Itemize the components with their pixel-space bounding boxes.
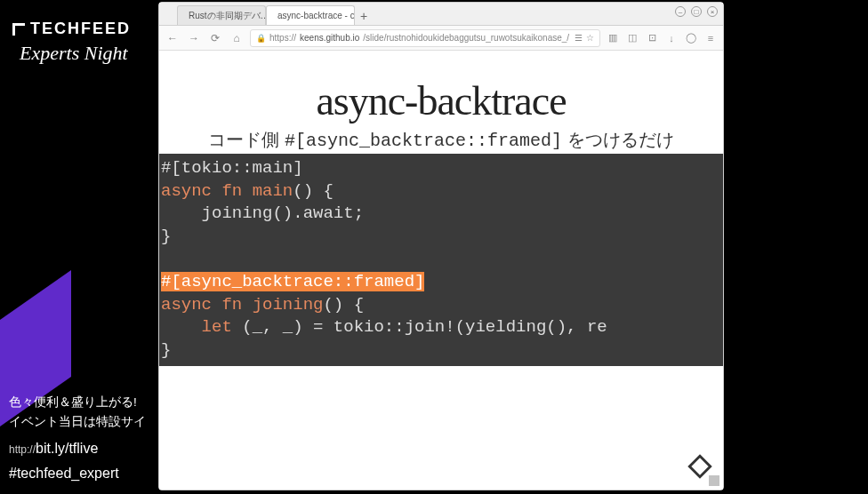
code-text: () { bbox=[323, 295, 364, 315]
minimize-button[interactable]: – bbox=[675, 6, 686, 17]
code-keyword: let bbox=[202, 317, 232, 337]
code-fn: joining bbox=[253, 295, 324, 315]
footer-hashtag: #techfeed_expert bbox=[9, 466, 146, 482]
sidebar-footer: 色々便利＆盛り上がる! イベント当日は特設サイ http://bit.ly/tf… bbox=[9, 394, 146, 482]
code-text bbox=[161, 317, 202, 337]
slide-title: async-backtrace bbox=[159, 77, 723, 124]
code-line: } bbox=[161, 340, 171, 360]
new-tab-button[interactable]: + bbox=[355, 7, 373, 25]
forward-button[interactable]: → bbox=[186, 30, 202, 46]
code-block: #[tokio::main] async fn main() { joining… bbox=[159, 154, 723, 366]
code-line: } bbox=[161, 227, 171, 246]
tab-bar: Rustの非同期デバ… × async-backtrace - c × + bbox=[159, 3, 723, 26]
download-icon[interactable]: ↓ bbox=[664, 33, 679, 44]
code-highlighted: #[async_backtrace::framed] bbox=[161, 272, 424, 291]
lock-icon: 🔒 bbox=[256, 34, 266, 43]
url-path: /slide/rustnohidoukidebaggutsu_ruwotsuka… bbox=[363, 33, 569, 43]
brand-name: TECHFEED bbox=[30, 20, 131, 38]
browser-tab-active[interactable]: async-backtrace - c × bbox=[266, 5, 355, 25]
tab-label: async-backtrace - c bbox=[277, 11, 355, 20]
subtitle-post: をつけるだけ bbox=[562, 130, 674, 149]
logo-bracket-icon bbox=[12, 23, 25, 36]
code-keyword: async bbox=[161, 181, 212, 201]
toolbar-icon[interactable]: ▥ bbox=[606, 32, 620, 44]
close-button[interactable]: × bbox=[707, 6, 718, 17]
subtitle-code: #[async_backtrace::framed] bbox=[285, 131, 562, 151]
back-button[interactable]: ← bbox=[165, 30, 181, 46]
fullscreen-icon[interactable] bbox=[709, 475, 719, 486]
code-line: joining().await; bbox=[161, 203, 364, 223]
toolbar-icon[interactable]: ◫ bbox=[625, 32, 639, 44]
code-keyword: fn bbox=[212, 181, 253, 201]
browser-tab[interactable]: Rustの非同期デバ… × bbox=[177, 5, 266, 25]
url-protocol: https:// bbox=[269, 33, 296, 43]
footer-link: http://bit.ly/tflive bbox=[9, 441, 146, 457]
footer-line-2: イベント当日は特設サイ bbox=[9, 414, 146, 430]
code-keyword: async bbox=[161, 295, 212, 315]
brand-logo: TECHFEED bbox=[0, 0, 158, 44]
toolbar-icon[interactable]: ⊡ bbox=[645, 32, 659, 44]
home-button[interactable]: ⌂ bbox=[229, 30, 245, 46]
tab-label: Rustの非同期デバ… bbox=[189, 10, 266, 22]
bookmark-icon[interactable]: ☆ bbox=[586, 33, 594, 43]
code-text: () { bbox=[293, 181, 334, 201]
url-host: keens.github.io bbox=[300, 33, 359, 43]
subtitle-pre: コード側 bbox=[208, 130, 285, 149]
code-text: (_, _) = tokio::join!(yielding(), re bbox=[232, 317, 607, 337]
maximize-button[interactable]: □ bbox=[691, 6, 702, 17]
menu-icon[interactable]: ≡ bbox=[703, 33, 718, 44]
address-bar: ← → ⟳ ⌂ 🔒 https://keens.github.io/slide/… bbox=[159, 26, 723, 51]
browser-window: – □ × Rustの非同期デバ… × async-backtrace - c … bbox=[158, 2, 724, 490]
slide-subtitle: コード側 #[async_backtrace::framed] をつけるだけ bbox=[159, 128, 723, 152]
code-keyword: fn bbox=[212, 295, 253, 315]
code-line: #[tokio::main] bbox=[161, 158, 303, 178]
footer-line-1: 色々便利＆盛り上がる! bbox=[9, 394, 146, 410]
reader-icon[interactable]: ☰ bbox=[575, 33, 583, 43]
event-sidebar: TECHFEED Experts Night 色々便利＆盛り上がる! イベント当… bbox=[0, 0, 158, 494]
reload-button[interactable]: ⟳ bbox=[207, 30, 223, 46]
brand-subtitle: Experts Night bbox=[0, 42, 158, 65]
page-content: async-backtrace コード側 #[async_backtrace::… bbox=[159, 51, 723, 490]
link-text: bit.ly/tflive bbox=[36, 441, 98, 456]
window-controls: – □ × bbox=[675, 6, 718, 17]
code-fn: main bbox=[253, 181, 293, 201]
shield-icon[interactable]: ◯ bbox=[684, 32, 698, 44]
url-input[interactable]: 🔒 https://keens.github.io/slide/rustnohi… bbox=[250, 29, 600, 47]
link-prefix: http:// bbox=[9, 443, 36, 456]
